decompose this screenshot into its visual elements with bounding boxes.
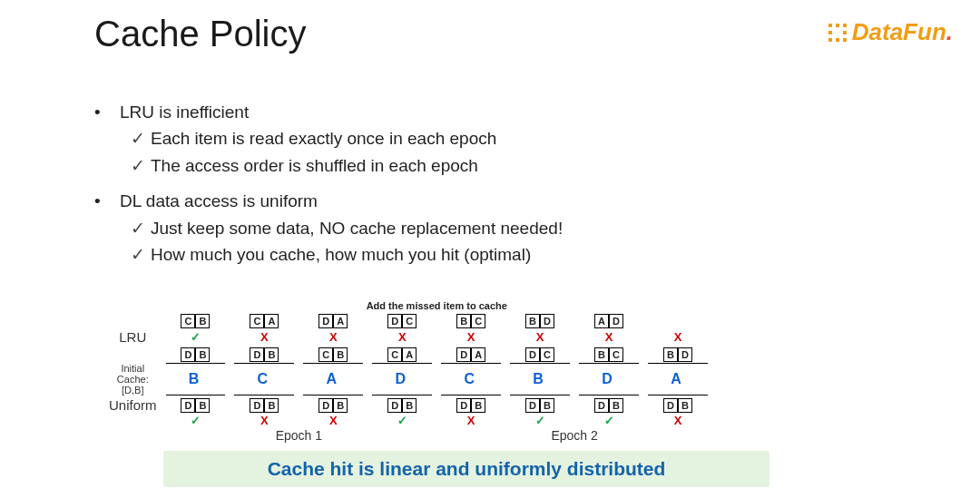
miss-mark-icon: X xyxy=(441,414,501,427)
lru-cache-pair: CA xyxy=(387,347,416,362)
lru-before-pair: CA xyxy=(250,314,279,328)
uniform-row-label: Uniform xyxy=(109,396,157,413)
access-item: B xyxy=(166,363,226,395)
uniform-state-row: Uniform DB DB DB DB DB DB DB DB xyxy=(109,396,708,413)
initial-cache-label: Initial Cache: [D,B] xyxy=(109,363,157,395)
logo-text: DataFun xyxy=(852,18,946,46)
sub-bullet: ✓ How much you cache, how much you hit (… xyxy=(131,241,838,268)
uniform-mark-row: ✓ X X ✓ X ✓ ✓ X xyxy=(109,414,708,427)
miss-mark-icon: X xyxy=(234,414,294,427)
miss-mark-icon: X xyxy=(441,329,501,345)
bullet-dot-icon: • xyxy=(94,188,120,214)
lru-before-pair: DC xyxy=(387,314,416,328)
access-item: C xyxy=(441,363,501,395)
hit-mark-icon: ✓ xyxy=(166,329,226,345)
lru-before-pair: DA xyxy=(318,314,348,328)
access-item: D xyxy=(579,363,639,395)
uniform-cache-pair: DB xyxy=(250,398,279,413)
access-item: A xyxy=(648,363,708,395)
lru-cache-pair: CB xyxy=(318,347,348,362)
uniform-cache-pair: DB xyxy=(181,398,210,413)
lru-before-pair: BC xyxy=(456,314,485,328)
uniform-cache-pair: DB xyxy=(456,398,485,413)
check-icon: ✓ xyxy=(131,125,151,151)
miss-mark-icon: X xyxy=(648,414,708,427)
lru-row-label: LRU xyxy=(109,329,157,345)
miss-mark-icon: X xyxy=(510,329,570,345)
sub-bullet: ✓ Just keep some data, NO cache replacem… xyxy=(131,215,838,241)
bullet-lru-text: LRU is inefficient xyxy=(120,99,249,125)
bullet-dot-icon: • xyxy=(94,99,120,125)
uniform-cache-pair: DB xyxy=(525,398,554,413)
miss-mark-icon: X xyxy=(579,329,639,345)
lru-state-row: DB DB CB CA DA DC BC BD xyxy=(109,346,708,362)
brand-logo: DataFun. xyxy=(827,18,953,46)
lru-before-pair: AD xyxy=(594,314,623,328)
check-icon: ✓ xyxy=(131,215,151,241)
slide-title: Cache Policy xyxy=(94,14,306,54)
slide-body: • LRU is inefficient ✓ Each item is read… xyxy=(94,95,838,269)
miss-mark-icon: X xyxy=(303,329,363,345)
sub-bullet-text: The access order is shuffled in each epo… xyxy=(151,152,478,179)
miss-mark-icon: X xyxy=(648,329,708,345)
epoch-label-row: Epoch 1 Epoch 2 xyxy=(109,428,708,443)
lru-cache-pair: BC xyxy=(594,347,623,362)
access-item: D xyxy=(372,363,432,395)
sub-bullet-text: Each item is read exactly once in each e… xyxy=(151,125,496,151)
hit-mark-icon: ✓ xyxy=(510,414,570,427)
cache-diagram: Add the missed item to cache CB CA DA DC… xyxy=(100,299,717,444)
bullet-dl: • DL data access is uniform xyxy=(94,188,838,214)
lru-cache-pair: DB xyxy=(250,347,279,362)
bullet-dl-text: DL data access is uniform xyxy=(120,188,318,214)
miss-mark-icon: X xyxy=(372,329,432,345)
access-item: C xyxy=(234,363,294,395)
conclusion-callout: Cache hit is linear and uniformly distri… xyxy=(163,451,769,487)
diagram-table: Add the missed item to cache CB CA DA DC… xyxy=(100,299,717,444)
uniform-cache-pair: DB xyxy=(318,398,348,413)
lru-before-pair: CB xyxy=(181,314,210,328)
sub-bullet-text: How much you cache, how much you hit (op… xyxy=(151,241,531,268)
miss-mark-icon: X xyxy=(303,414,363,427)
hit-mark-icon: ✓ xyxy=(166,414,226,427)
access-item: B xyxy=(510,363,570,395)
hit-mark-icon: ✓ xyxy=(579,414,639,427)
lru-cache-pair: BD xyxy=(663,347,692,362)
check-icon: ✓ xyxy=(131,241,151,268)
lru-cache-pair: DA xyxy=(456,347,485,362)
sub-bullet: ✓ The access order is shuffled in each e… xyxy=(131,152,838,179)
logo-period: . xyxy=(946,18,953,45)
lru-top-row: CB CA DA DC BC BD AD xyxy=(109,312,708,328)
diagram-caption: Add the missed item to cache xyxy=(166,300,708,311)
lru-mark-row: LRU ✓ X X X X X X X xyxy=(109,329,708,345)
logo-dots xyxy=(827,24,854,42)
sub-bullet-text: Just keep some data, NO cache replacemen… xyxy=(151,215,563,241)
uniform-cache-pair: DB xyxy=(594,398,623,413)
lru-before-pair: BD xyxy=(525,314,554,328)
access-item: A xyxy=(303,363,363,395)
access-sequence-row: Initial Cache: [D,B] B C A D C B D A xyxy=(109,363,708,395)
miss-mark-icon: X xyxy=(234,329,294,345)
epoch2-label: Epoch 2 xyxy=(441,428,708,443)
bullet-lru: • LRU is inefficient xyxy=(94,99,838,125)
lru-cache-pair: DB xyxy=(181,347,210,362)
uniform-cache-pair: DB xyxy=(387,398,416,413)
sub-bullet: ✓ Each item is read exactly once in each… xyxy=(131,125,838,151)
epoch1-label: Epoch 1 xyxy=(166,428,433,443)
uniform-cache-pair: DB xyxy=(663,398,692,413)
hit-mark-icon: ✓ xyxy=(372,414,432,427)
lru-cache-pair: DC xyxy=(525,347,554,362)
check-icon: ✓ xyxy=(131,152,151,179)
